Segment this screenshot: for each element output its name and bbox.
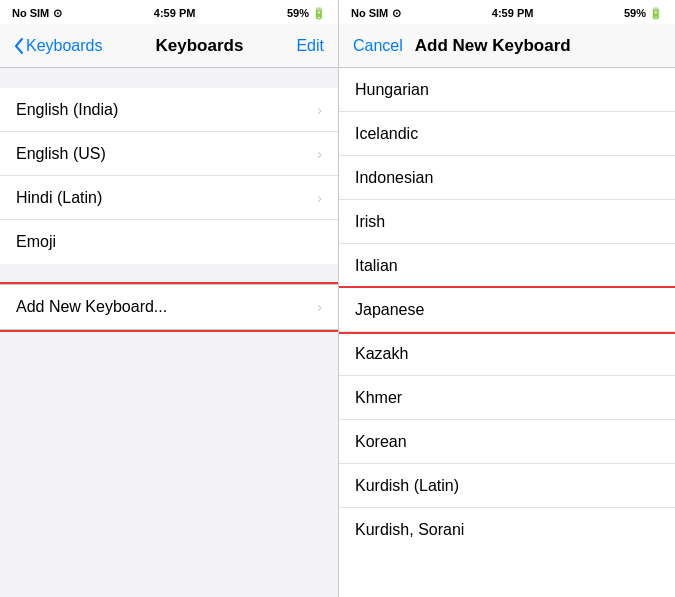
- left-battery: 59% 🔋: [287, 7, 326, 20]
- left-nav-title: Keyboards: [156, 36, 244, 56]
- language-label: Kurdish (Latin): [355, 477, 459, 495]
- language-item[interactable]: Indonesian: [339, 156, 675, 200]
- keyboard-item-english-us[interactable]: English (US) ›: [0, 132, 338, 176]
- right-time: 4:59 PM: [492, 7, 534, 19]
- right-battery-icon: 🔋: [649, 7, 663, 20]
- right-status-bar: No SIM ⊙ 4:59 PM 59% 🔋: [339, 0, 675, 24]
- add-keyboard-label: Add New Keyboard...: [16, 298, 167, 316]
- keyboard-label-hindi-latin: Hindi (Latin): [16, 189, 102, 207]
- back-label: Keyboards: [26, 37, 103, 55]
- keyboard-label-english-india: English (India): [16, 101, 118, 119]
- language-item[interactable]: Kurdish (Latin): [339, 464, 675, 508]
- language-item[interactable]: Icelandic: [339, 112, 675, 156]
- language-item[interactable]: Khmer: [339, 376, 675, 420]
- language-label: Irish: [355, 213, 385, 231]
- left-wifi-icon: ⊙: [53, 7, 62, 20]
- keyboard-item-hindi-latin[interactable]: Hindi (Latin) ›: [0, 176, 338, 220]
- add-keyboard-button[interactable]: Add New Keyboard... ›: [0, 285, 338, 329]
- left-panel: No SIM ⊙ 4:59 PM 59% 🔋 Keyboards Keyboar…: [0, 0, 338, 597]
- language-item[interactable]: Hungarian: [339, 68, 675, 112]
- add-keyboard-section: Add New Keyboard... ›: [0, 284, 338, 330]
- language-label: Kurdish, Sorani: [355, 521, 464, 539]
- keyboard-label-emoji: Emoji: [16, 233, 56, 251]
- language-item[interactable]: Japanese: [339, 288, 675, 332]
- language-item[interactable]: Irish: [339, 200, 675, 244]
- language-label: Japanese: [355, 301, 424, 319]
- right-nav-bar: Cancel Add New Keyboard: [339, 24, 675, 68]
- keyboard-item-english-india[interactable]: English (India) ›: [0, 88, 338, 132]
- chevron-icon: ›: [317, 102, 322, 118]
- left-nav-bar: Keyboards Keyboards Edit: [0, 24, 338, 68]
- language-label: Kazakh: [355, 345, 408, 363]
- right-wifi-icon: ⊙: [392, 7, 401, 20]
- keyboard-list: English (India) › English (US) › Hindi (…: [0, 88, 338, 264]
- language-label: Indonesian: [355, 169, 433, 187]
- chevron-icon: ›: [317, 190, 322, 206]
- language-item[interactable]: Korean: [339, 420, 675, 464]
- right-panel: No SIM ⊙ 4:59 PM 59% 🔋 Cancel Add New Ke…: [338, 0, 675, 597]
- right-carrier: No SIM ⊙: [351, 7, 401, 20]
- keyboard-item-emoji[interactable]: Emoji: [0, 220, 338, 264]
- language-label: Korean: [355, 433, 407, 451]
- right-carrier-text: No SIM: [351, 7, 388, 19]
- back-button[interactable]: Keyboards: [14, 37, 103, 55]
- add-keyboard-chevron-icon: ›: [317, 299, 322, 315]
- language-list: HungarianIcelandicIndonesianIrishItalian…: [339, 68, 675, 597]
- left-status-bar: No SIM ⊙ 4:59 PM 59% 🔋: [0, 0, 338, 24]
- left-carrier-text: No SIM: [12, 7, 49, 19]
- language-label: Hungarian: [355, 81, 429, 99]
- language-label: Italian: [355, 257, 398, 275]
- cancel-button[interactable]: Cancel: [353, 37, 403, 55]
- keyboard-label-english-us: English (US): [16, 145, 106, 163]
- back-chevron-icon: [14, 38, 24, 54]
- left-time: 4:59 PM: [154, 7, 196, 19]
- language-item[interactable]: Kazakh: [339, 332, 675, 376]
- language-label: Khmer: [355, 389, 402, 407]
- left-battery-icon: 🔋: [312, 7, 326, 20]
- left-carrier: No SIM ⊙: [12, 7, 62, 20]
- language-item[interactable]: Kurdish, Sorani: [339, 508, 675, 552]
- left-battery-pct: 59%: [287, 7, 309, 19]
- edit-button[interactable]: Edit: [296, 37, 324, 55]
- right-battery: 59% 🔋: [624, 7, 663, 20]
- right-nav-title: Add New Keyboard: [415, 36, 571, 56]
- right-battery-pct: 59%: [624, 7, 646, 19]
- language-item[interactable]: Italian: [339, 244, 675, 288]
- language-label: Icelandic: [355, 125, 418, 143]
- chevron-icon: ›: [317, 146, 322, 162]
